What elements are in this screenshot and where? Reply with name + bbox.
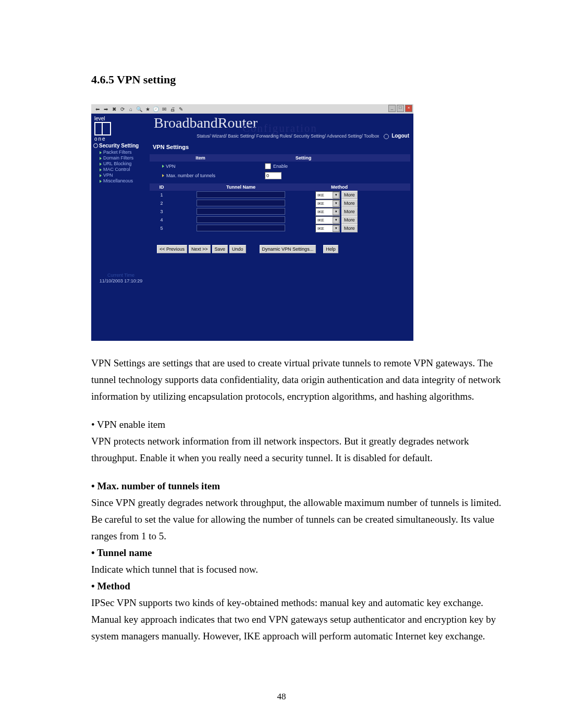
method-select[interactable]: IKE▾ <box>315 208 340 216</box>
tunnel-id: 4 <box>150 217 174 223</box>
tri-icon <box>100 168 102 171</box>
tunnel-row: 4 IKE▾ More <box>150 216 410 224</box>
nav-forwarding[interactable]: Forwarding Rules/ <box>256 133 292 139</box>
tunnel-name-input[interactable] <box>197 225 285 231</box>
chevron-down-icon: ▾ <box>333 192 339 199</box>
close-icon[interactable]: × <box>405 105 412 112</box>
max-tunnels-label: Max. number of tunnels <box>166 173 215 178</box>
item-setting-header: Item Setting <box>150 154 410 162</box>
sidebar-section: Security Setting <box>93 143 149 149</box>
favorites-icon[interactable]: ★ <box>144 106 151 112</box>
print-icon[interactable]: 🖨 <box>169 106 176 112</box>
tunnel-id: 1 <box>150 192 174 198</box>
refresh-icon[interactable]: ⟳ <box>119 106 126 112</box>
tunnel-row: 1 IKE▾ More <box>150 191 410 199</box>
tunnel-id: 3 <box>150 209 174 214</box>
more-button[interactable]: More <box>341 224 358 232</box>
method-select[interactable]: IKE▾ <box>315 191 340 199</box>
method-select[interactable]: IKE▾ <box>315 200 340 207</box>
more-button[interactable]: More <box>341 199 358 207</box>
mail-icon[interactable]: ✉ <box>161 106 167 112</box>
nav-status[interactable]: Status/ <box>197 133 210 139</box>
sidebar-item-vpn[interactable]: VPN <box>100 172 149 178</box>
top-nav: Status/ Wizard/ Basic Setting/ Forwardin… <box>197 133 409 139</box>
tri-icon <box>162 165 164 168</box>
more-button[interactable]: More <box>341 191 358 199</box>
home-icon[interactable]: ⌂ <box>128 106 134 112</box>
router-screenshot: ⬅ ➡ ✖ ⟳ ⌂ 🔍 ★ 🕘 ✉ 🖨 ✎ _ □ × level <box>91 104 413 341</box>
bullet-vpn-enable-text: VPN protects network information from il… <box>91 433 511 466</box>
section-bullet-icon <box>93 143 98 148</box>
tunnel-name-input[interactable] <box>197 216 285 223</box>
bullet-vpn-enable-title: • VPN enable item <box>91 416 511 433</box>
tunnel-row: 3 IKE▾ More <box>150 207 410 216</box>
bullet-max-tunnels-text: Since VPN greatly degrades network throu… <box>91 495 511 545</box>
method-select[interactable]: IKE▾ <box>315 216 340 224</box>
section-heading: 4.6.5 VPN setting <box>91 73 511 87</box>
header-id: ID <box>150 184 174 190</box>
max-tunnels-row: Max. number of tunnels 0 <box>150 171 410 180</box>
save-button[interactable]: Save <box>212 245 228 253</box>
chevron-down-icon: ▾ <box>333 225 339 232</box>
sidebar-item-miscellaneous[interactable]: Miscellaneous <box>100 178 149 184</box>
maximize-icon[interactable]: □ <box>397 105 404 112</box>
tunnel-id: 2 <box>150 201 174 206</box>
stop-icon[interactable]: ✖ <box>111 106 117 112</box>
nav-wizard[interactable]: Wizard/ <box>212 133 227 139</box>
paragraph-intro: VPN Settings are settings that are used … <box>91 355 511 405</box>
tunnel-name-input[interactable] <box>197 191 285 198</box>
sidebar-item-domain-filters[interactable]: Domain Filters <box>100 155 149 161</box>
bullet-method-title: • Method <box>91 578 511 595</box>
vpn-enable-checkbox[interactable] <box>265 163 271 169</box>
sidebar: Security Setting Packet Filters Domain F… <box>93 143 149 283</box>
logo-text-line2: one <box>94 136 141 142</box>
previous-button[interactable]: << Previous <box>157 245 187 253</box>
nav-logout[interactable]: Logout <box>391 133 409 139</box>
chevron-down-icon: ▾ <box>333 208 339 215</box>
back-icon[interactable]: ⬅ <box>94 106 101 112</box>
browser-toolbar: ⬅ ➡ ✖ ⟳ ⌂ 🔍 ★ 🕘 ✉ 🖨 ✎ _ □ × <box>91 104 413 114</box>
chevron-down-icon: ▾ <box>333 217 339 224</box>
method-select[interactable]: IKE▾ <box>315 225 340 232</box>
button-row: << Previous Next >> Save Undo Dynamic VP… <box>157 245 410 253</box>
logout-icon[interactable] <box>384 134 389 139</box>
tri-icon <box>100 174 102 177</box>
bullet-tunnel-name-title: • Tunnel name <box>91 545 511 561</box>
minimize-icon[interactable]: _ <box>388 105 396 112</box>
logo-text-line1: level <box>94 116 141 121</box>
tri-icon <box>100 157 102 160</box>
more-button[interactable]: More <box>341 216 358 224</box>
tunnel-name-input[interactable] <box>197 208 285 215</box>
tunnel-name-input[interactable] <box>197 200 285 206</box>
nav-basic[interactable]: Basic Setting/ <box>228 133 255 139</box>
edit-icon[interactable]: ✎ <box>178 106 184 112</box>
dynamic-vpn-button[interactable]: Dynamic VPN Settings... <box>260 245 316 253</box>
panel-title: VPN Settings <box>153 144 410 150</box>
sidebar-item-packet-filters[interactable]: Packet Filters <box>100 150 149 155</box>
history-icon[interactable]: 🕘 <box>153 106 159 112</box>
vpn-label: VPN <box>166 164 176 169</box>
next-button[interactable]: Next >> <box>189 245 211 253</box>
nav-advanced[interactable]: Advanced Setting/ <box>327 133 363 139</box>
sidebar-item-url-blocking[interactable]: URL Blocking <box>100 161 149 167</box>
nav-security[interactable]: Security Setting/ <box>293 133 326 139</box>
vpn-enable-row: VPN Enable <box>150 162 410 171</box>
undo-button[interactable]: Undo <box>229 245 246 253</box>
tunnel-header: ID Tunnel Name Method <box>150 183 410 191</box>
help-button[interactable]: Help <box>323 245 338 253</box>
header-tunnel-name: Tunnel Name <box>174 184 308 190</box>
header-setting: Setting <box>251 155 356 161</box>
nav-toolbox[interactable]: Toolbox <box>364 133 379 139</box>
tunnel-row: 5 IKE▾ More <box>150 224 410 232</box>
max-tunnels-input[interactable]: 0 <box>265 172 282 179</box>
forward-icon[interactable]: ➡ <box>103 106 109 112</box>
header-method: Method <box>308 184 371 190</box>
sidebar-item-mac-control[interactable]: MAC Control <box>100 167 149 172</box>
current-time-label: Current Time <box>93 273 149 278</box>
bullet-tunnel-name-text: Indicate which tunnel that is focused no… <box>91 561 511 578</box>
header-item: Item <box>150 155 251 161</box>
bullet-method-text: IPSec VPN supports two kinds of key-obta… <box>91 595 511 645</box>
current-time-value: 11/10/2003 17:10:29 <box>93 278 149 283</box>
more-button[interactable]: More <box>341 207 358 216</box>
search-icon[interactable]: 🔍 <box>136 106 142 112</box>
